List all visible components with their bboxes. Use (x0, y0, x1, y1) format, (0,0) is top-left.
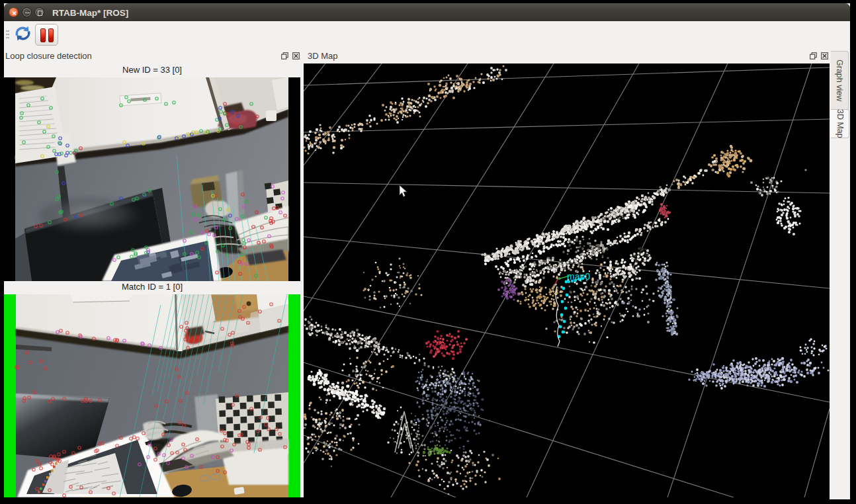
svg-text:map0: map0 (567, 271, 590, 282)
